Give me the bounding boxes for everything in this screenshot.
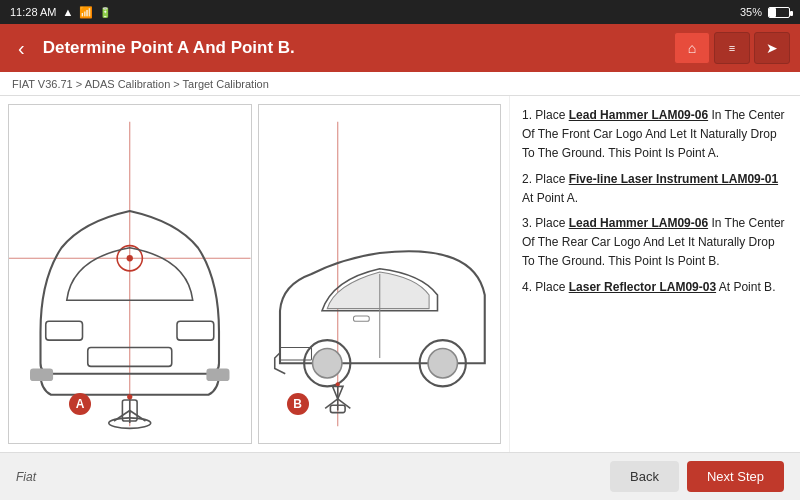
images-area: A <box>0 96 510 452</box>
back-button[interactable]: ‹ <box>10 33 33 64</box>
instructions-area: 1. Place Lead Hammer LAM09-06 In The Cen… <box>510 96 800 452</box>
svg-rect-8 <box>30 369 53 382</box>
main-content: A <box>0 96 800 452</box>
doc-button[interactable]: ≡ <box>714 32 750 64</box>
home-button[interactable]: ⌂ <box>674 32 710 64</box>
battery-fill <box>769 8 776 17</box>
status-right: 35% <box>740 6 790 18</box>
footer-buttons: Back Next Step <box>610 461 784 492</box>
car-image-a: A <box>8 104 252 444</box>
brand-label: Fiat <box>16 470 36 484</box>
car-image-b: B <box>258 104 502 444</box>
battery-icon <box>768 7 790 18</box>
instruction-step3: 3. Place Lead Hammer LAM09-06 In The Cen… <box>522 214 788 272</box>
back-button[interactable]: Back <box>610 461 679 492</box>
header: ‹ Determine Point A And Point B. ⌂ ≡ ➤ <box>0 24 800 72</box>
status-bar: 11:28 AM ▲ 📶 🔋 35% <box>0 0 800 24</box>
point-b-label: B <box>287 393 309 415</box>
svg-rect-9 <box>206 369 229 382</box>
signal-icon: 📶 <box>79 6 93 19</box>
svg-point-22 <box>428 349 457 378</box>
svg-point-32 <box>335 382 339 386</box>
svg-point-4 <box>127 255 133 261</box>
page-title: Determine Point A And Point B. <box>43 38 664 58</box>
instruction-step4: 4. Place Laser Reflector LAM09-03 At Poi… <box>522 278 788 297</box>
export-button[interactable]: ➤ <box>754 32 790 64</box>
time-display: 11:28 AM <box>10 6 56 18</box>
instruction-step1: 1. Place Lead Hammer LAM09-06 In The Cen… <box>522 106 788 164</box>
instruction-step2: 2. Place Five-line Laser Instrument LAM0… <box>522 170 788 208</box>
breadcrumb-text: FIAT V36.71 > ADAS Calibration > Target … <box>12 78 269 90</box>
car-front-svg <box>9 105 251 443</box>
svg-point-16 <box>127 394 132 399</box>
status-left: 11:28 AM ▲ 📶 🔋 <box>10 6 111 19</box>
doc-icon: ≡ <box>729 42 735 54</box>
usb-icon: 🔋 <box>99 7 111 18</box>
point-a-label: A <box>69 393 91 415</box>
export-icon: ➤ <box>766 40 778 56</box>
home-icon: ⌂ <box>688 40 696 56</box>
svg-point-20 <box>312 349 341 378</box>
footer: Fiat Back Next Step <box>0 452 800 500</box>
header-icons: ⌂ ≡ ➤ <box>674 32 790 64</box>
wifi-icon: ▲ <box>62 6 73 18</box>
next-step-button[interactable]: Next Step <box>687 461 784 492</box>
battery-percent: 35% <box>740 6 762 18</box>
breadcrumb: FIAT V36.71 > ADAS Calibration > Target … <box>0 72 800 96</box>
